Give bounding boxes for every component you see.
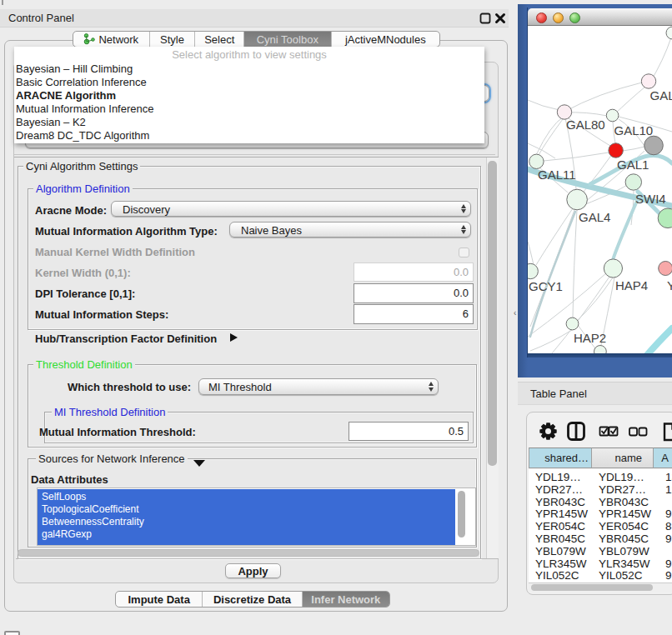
svg-text:SWI4: SWI4 [635,192,666,206]
svg-text:GAL11: GAL11 [538,168,576,182]
svg-text:YJL: YJL [667,278,672,292]
svg-text:GAL80: GAL80 [566,118,605,132]
svg-text:GAL4: GAL4 [579,210,610,224]
svg-text:HAP4: HAP4 [615,278,648,292]
svg-text:GCY1: GCY1 [529,279,563,293]
svg-text:GAL10: GAL10 [614,123,654,138]
svg-text:GAL2: GAL2 [650,88,672,102]
svg-text:GAL1: GAL1 [617,158,649,172]
svg-text:HAP2: HAP2 [574,331,606,345]
